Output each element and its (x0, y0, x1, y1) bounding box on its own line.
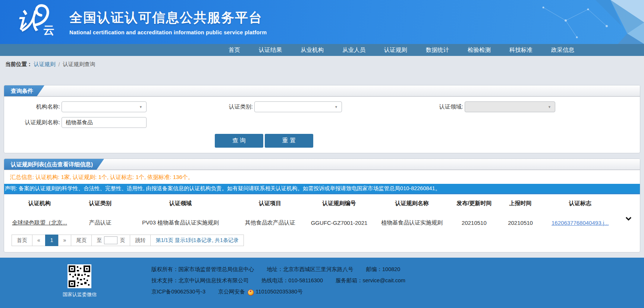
rule-name-label: 认证规则名称: (4, 119, 60, 126)
nav-item-statistics[interactable]: 数据统计 (417, 44, 458, 56)
org-name-link[interactable]: 全球绿色联盟（北京... (12, 219, 67, 226)
footer-hotline: 热线电话：010-58116300 (261, 277, 323, 284)
pagination-page-1[interactable]: 1 (45, 235, 59, 246)
org-name-label: 机构名称: (4, 103, 60, 110)
expand-chevron-down-icon[interactable] (625, 216, 632, 222)
pagination-first[interactable]: 首页 (12, 235, 32, 246)
chevron-down-icon: ▼ (139, 105, 142, 109)
table-row[interactable]: 全球绿色联盟（北京... 产品认证 PV03 植物基食品认证实施规则 其他食品农… (4, 212, 640, 232)
pagination-goto-group: 至 页 (91, 235, 130, 246)
footer-psb-label: 京公网安备 (218, 288, 245, 295)
page-goto-input[interactable] (104, 236, 117, 244)
org-name-select[interactable]: ▼ (62, 101, 147, 112)
nav-item-orgs[interactable]: 从业机构 (291, 44, 333, 56)
nav-item-home[interactable]: 首页 (219, 44, 249, 56)
search-button[interactable]: 查 询 (215, 134, 263, 148)
header-decoration (532, 0, 644, 44)
rules-table: 认证机构 认证类别 认证领域 认证项目 认证规则编号 认证规则名称 发布/更新时… (4, 193, 640, 232)
footer-psb-number[interactable]: 11010502035380号 (256, 288, 303, 295)
disclaimer-bar: 声明: 备案的认证规则的科学性、合法性、完整性、适用性, 由报送备案信息的认证机… (4, 184, 640, 193)
nav-item-personnel[interactable]: 从业人员 (333, 44, 375, 56)
col-header-rule-name: 认证规则名称 (374, 194, 450, 212)
cert-field-label: 认证领域: (431, 103, 463, 110)
main-nav: 首页 认证结果 从业机构 从业人员 认证规则 数据统计 检验检测 科技标准 政采… (0, 44, 644, 56)
col-header-publish-date: 发布/更新时间 (450, 194, 498, 212)
col-header-report-date: 上报时间 (498, 194, 543, 212)
cell-report-date: 20210510 (498, 212, 543, 232)
table-header-row: 认证机构 认证类别 认证领域 认证项目 认证规则编号 认证规则名称 发布/更新时… (4, 194, 640, 212)
cert-field-select-disabled: ▼ (465, 101, 555, 112)
cert-category-label: 认证类别: (210, 103, 253, 110)
chevron-down-icon: ▼ (548, 105, 551, 109)
cell-rule-no: GGUFC-GZ7001-2021 (305, 212, 374, 232)
footer-icp-number[interactable]: 京ICP备09062530号-3 (151, 288, 205, 295)
nav-item-procurement[interactable]: 政采信息 (542, 44, 584, 56)
col-header-project: 认证项目 (236, 194, 305, 212)
col-header-rule-no: 认证规则编号 (305, 194, 374, 212)
cell-project: 其他食品农产品认证 (236, 212, 305, 232)
nav-item-standards[interactable]: 科技标准 (500, 44, 542, 56)
site-logo[interactable]: 认 云 (10, 3, 66, 41)
footer-copyright: 版权所有：国家市场监督管理总局信息中心 (151, 266, 254, 273)
breadcrumb-separator: / (59, 62, 60, 67)
pagination: 首页 « 1 » 尾页 至 页 跳转 第1/1页 显示1到1条记录, 共1条记录 (12, 235, 640, 246)
col-header-org: 认证机构 (4, 194, 75, 212)
col-header-field: 认证领域 (125, 194, 235, 212)
cell-publish-date: 20210510 (450, 212, 498, 232)
summary-info: 汇总信息: 认证机构: 1家, 认证规则: 1个, 认证标志: 1个, 依据标准… (4, 170, 640, 184)
wechat-qr-code (67, 264, 91, 288)
site-header: 认 云 全国认证认可信息公共服务平台 National certificatio… (0, 0, 644, 44)
nav-item-cert-rules[interactable]: 认证规则 (375, 44, 417, 56)
pagination-last[interactable]: 尾页 (71, 235, 92, 246)
col-header-mark: 认证标志 (543, 194, 618, 212)
cert-category-select[interactable]: ▼ (254, 101, 342, 112)
reset-button[interactable]: 重 置 (265, 134, 313, 148)
site-footer: 国家认监委微信 版权所有：国家市场监督管理总局信息中心 地址：北京市西城区三里河… (0, 258, 644, 308)
cell-field: PV03 植物基食品认证实施规则 (125, 212, 235, 232)
rules-list-panel-header: 认证规则列表(点击查看详细信息) (4, 159, 640, 170)
rules-list-panel: 认证规则列表(点击查看详细信息) 汇总信息: 认证机构: 1家, 认证规则: 1… (4, 158, 640, 252)
psb-badge-icon (248, 289, 254, 296)
chevron-down-icon: ▼ (334, 105, 338, 109)
rules-list-panel-title: 认证规则列表(点击查看详细信息) (4, 159, 104, 170)
qr-caption: 国家认监委微信 (63, 291, 96, 298)
footer-email: 服务邮箱：service@cait.com (336, 277, 405, 284)
breadcrumb-link-rules[interactable]: 认证规则 (34, 61, 56, 68)
query-panel: 查询条件 机构名称: ▼ 认证类别: ▼ 认证领域: ▼ (4, 85, 640, 153)
pagination-jump-button[interactable]: 跳转 (130, 235, 151, 246)
site-title: 全国认证认可信息公共服务平台 (69, 9, 267, 26)
goto-prefix: 至 (97, 235, 102, 246)
nav-item-cert-results[interactable]: 认证结果 (249, 44, 291, 56)
breadcrumb-label: 当前位置： (5, 61, 32, 68)
footer-address: 地址：北京市西城区三里河东路八号 (267, 266, 354, 273)
footer-tech-support: 技术支持：北京中认网信息技术有限公司 (151, 277, 249, 284)
site-subtitle: National certification and accreditation… (69, 29, 267, 35)
pagination-info: 第1/1页 显示1到1条记录, 共1条记录 (150, 235, 244, 246)
breadcrumb-current: 认证规则查询 (63, 61, 95, 68)
col-header-category: 认证类别 (75, 194, 125, 212)
rule-name-input[interactable] (66, 120, 142, 126)
pagination-next[interactable]: » (58, 235, 72, 246)
query-panel-header: 查询条件 (4, 85, 640, 97)
cell-rule-name: 植物基食品认证实施规则 (374, 212, 450, 232)
cert-mark-file-link[interactable]: 1620637768040493.j... (552, 220, 609, 226)
breadcrumb: 当前位置： 认证规则 / 认证规则查询 (0, 56, 644, 73)
nav-item-inspection[interactable]: 检验检测 (458, 44, 500, 56)
logo-yun-glyph: 云 (43, 23, 54, 38)
goto-suffix: 页 (120, 235, 125, 246)
cell-category: 产品认证 (75, 212, 125, 232)
footer-postcode: 邮编：100820 (366, 266, 400, 273)
query-panel-title: 查询条件 (4, 85, 44, 96)
pagination-prev[interactable]: « (32, 235, 45, 246)
